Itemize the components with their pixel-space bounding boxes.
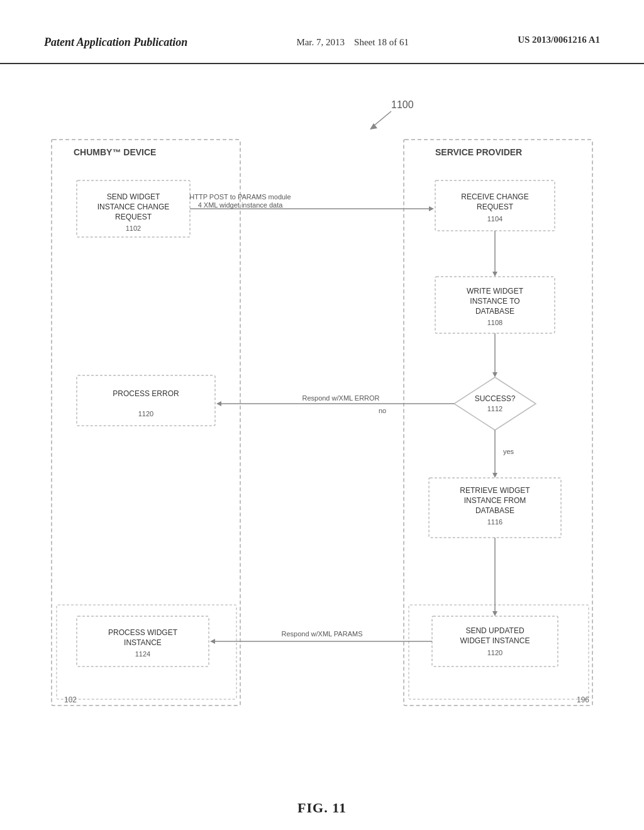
- publication-title: Patent Application Publication: [44, 35, 187, 50]
- svg-text:WIDGET INSTANCE: WIDGET INSTANCE: [460, 636, 530, 645]
- svg-rect-2: [52, 140, 240, 706]
- sheet-label: Sheet 18 of 61: [354, 37, 409, 47]
- diagram-area: 1100 CHUMBY™ DEVICE SERVICE PROVIDER 102…: [0, 64, 644, 787]
- box-196-label: 196: [577, 695, 589, 704]
- send-widget-label: SEND WIDGET: [107, 192, 160, 201]
- chumby-device-label: CHUMBY™ DEVICE: [74, 147, 156, 157]
- retrieve-widget-label: RETRIEVE WIDGET: [460, 486, 530, 495]
- receive-change-label: RECEIVE CHANGE: [461, 192, 528, 201]
- send-updated-label: SEND UPDATED: [465, 626, 524, 635]
- service-provider-label: SERVICE PROVIDER: [435, 147, 522, 157]
- svg-text:DATABASE: DATABASE: [475, 307, 514, 316]
- svg-marker-22: [216, 401, 221, 406]
- box-102-label: 102: [64, 695, 77, 704]
- no-label: no: [379, 407, 386, 414]
- process-widget-label: PROCESS WIDGET: [108, 628, 178, 637]
- process-error-label: PROCESS ERROR: [113, 389, 179, 398]
- page-header: Patent Application Publication Mar. 7, 2…: [0, 0, 644, 64]
- figure-label: FIG. 11: [0, 800, 644, 816]
- http-post-label: HTTP POST to PARAMS module: [189, 193, 291, 201]
- svg-text:REQUEST: REQUEST: [477, 202, 514, 211]
- flowchart-svg: 1100 CHUMBY™ DEVICE SERVICE PROVIDER 102…: [39, 83, 605, 775]
- svg-text:REQUEST: REQUEST: [115, 213, 152, 221]
- svg-marker-34: [210, 639, 215, 644]
- success-label: SUCCESS?: [475, 394, 516, 403]
- svg-text:INSTANCE: INSTANCE: [124, 638, 162, 647]
- node-1116-id: 1116: [487, 518, 502, 526]
- svg-marker-20: [454, 377, 536, 430]
- node-1124-id: 1124: [135, 650, 150, 658]
- patent-page: Patent Application Publication Mar. 7, 2…: [0, 0, 644, 830]
- sheet-info: Mar. 7, 2013 Sheet 18 of 61: [296, 35, 409, 50]
- svg-marker-25: [492, 473, 497, 478]
- svg-rect-23: [77, 375, 215, 426]
- svg-marker-10: [429, 206, 434, 211]
- node-1104-id: 1104: [487, 215, 502, 223]
- svg-marker-14: [492, 272, 497, 277]
- svg-line-0: [372, 111, 391, 127]
- svg-text:INSTANCE CHANGE: INSTANCE CHANGE: [97, 202, 169, 211]
- patent-number: US 2013/0061216 A1: [518, 35, 600, 45]
- node-1102-id: 1102: [126, 224, 141, 232]
- write-widget-label: WRITE WIDGET: [467, 287, 524, 296]
- node-1108-id: 1108: [487, 319, 502, 326]
- node-1120-id: 1120: [138, 410, 153, 418]
- node-1112-id: 1112: [487, 405, 502, 412]
- xml-widget-label: 4 XML widget instance data: [198, 201, 284, 209]
- diagram-number-label: 1100: [391, 99, 414, 110]
- svg-marker-30: [492, 611, 497, 616]
- svg-marker-19: [492, 372, 497, 377]
- respond-xml-params-label: Respond w/XML PARAMS: [282, 630, 363, 638]
- node-1120b-id: 1120: [487, 649, 502, 656]
- svg-text:DATABASE: DATABASE: [475, 506, 514, 515]
- respond-xml-error-label: Respond w/XML ERROR: [302, 394, 379, 402]
- yes-label: yes: [503, 448, 514, 455]
- svg-text:INSTANCE FROM: INSTANCE FROM: [464, 496, 526, 505]
- date-label: Mar. 7, 2013: [296, 37, 345, 47]
- svg-text:INSTANCE TO: INSTANCE TO: [470, 297, 519, 306]
